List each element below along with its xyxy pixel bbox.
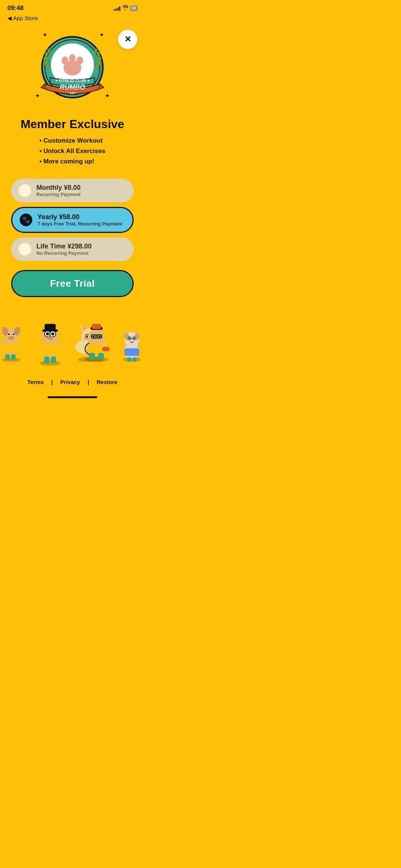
feature-1: • Customize Workout — [39, 137, 105, 144]
status-time: 09:48 — [7, 4, 23, 12]
features-list: • Customize Workout • Unlock All Exercis… — [39, 137, 105, 168]
svg-rect-93 — [133, 357, 136, 362]
svg-point-28 — [13, 334, 14, 335]
battery-icon: 69 — [130, 6, 137, 11]
svg-point-27 — [8, 334, 10, 335]
svg-point-16 — [97, 52, 100, 57]
mascot-5 — [117, 321, 145, 365]
status-bar: 09:48 69 — [0, 0, 145, 13]
svg-point-36 — [40, 361, 61, 365]
svg-point-46 — [47, 336, 53, 340]
sparkle-2: ✦ — [100, 32, 104, 38]
svg-point-90 — [133, 338, 135, 339]
svg-text:•VIP•: •VIP• — [69, 91, 76, 95]
separator-1: | — [51, 379, 53, 385]
plan-lifetime-radio — [19, 243, 31, 256]
svg-rect-48 — [56, 342, 62, 345]
svg-point-5 — [69, 54, 76, 62]
svg-rect-91 — [124, 348, 139, 356]
close-icon: ✕ — [124, 35, 131, 43]
fitness-club-badge: ✦ FITNESS CLUB ✦ RUMBO •VIP• — [37, 34, 108, 104]
restore-link[interactable]: Restore — [97, 379, 117, 385]
svg-text:✦ FITNESS CLUB ✦: ✦ FITNESS CLUB ✦ — [55, 79, 90, 83]
plan-lifetime[interactable]: Life Time ¥298.00 No Recurring Payment — [11, 237, 134, 261]
plan-yearly-name: Yearly ¥58.00 — [38, 213, 122, 221]
free-trial-button[interactable]: Free Trial — [11, 270, 134, 297]
svg-rect-33 — [0, 341, 4, 346]
plan-options: Monthly ¥8.00 Recurring Payment 🐾 Yearly… — [11, 179, 134, 261]
signal-icon — [114, 6, 120, 11]
svg-point-10 — [45, 52, 48, 57]
plan-monthly-info: Monthly ¥8.00 Recurring Payment — [36, 184, 81, 197]
plan-yearly-info: Yearly ¥58.00 7 days Free Trial, Recurri… — [38, 213, 122, 227]
svg-text:RUMBO: RUMBO — [60, 84, 85, 91]
svg-rect-50 — [51, 357, 56, 363]
wifi-icon — [122, 5, 128, 11]
footer: Terms | Privacy | Restore — [0, 373, 145, 396]
nav-bar: ◀ App Store — [0, 13, 145, 25]
plan-lifetime-sub: No Recurring Payment — [36, 250, 92, 256]
svg-rect-81 — [98, 353, 104, 360]
mascots-area: 🔴 — [0, 306, 145, 365]
svg-rect-80 — [89, 353, 95, 360]
svg-rect-32 — [4, 344, 19, 353]
mascot-1 — [0, 317, 26, 365]
plan-lifetime-name: Life Time ¥298.00 — [36, 243, 92, 250]
main-title: Member Exclusive — [11, 117, 134, 131]
plan-yearly[interactable]: 🐾 Yearly ¥58.00 7 days Free Trial, Recur… — [11, 207, 134, 233]
svg-rect-40 — [42, 329, 58, 332]
svg-point-74 — [98, 335, 101, 338]
svg-point-66 — [85, 357, 108, 362]
feature-3: • More coming up! — [39, 158, 105, 165]
close-button[interactable]: ✕ — [118, 30, 137, 49]
svg-point-4 — [62, 56, 68, 65]
svg-point-89 — [129, 338, 130, 339]
plan-monthly-radio — [19, 184, 31, 197]
separator-2: | — [88, 379, 89, 385]
mascot-4 — [78, 317, 115, 365]
plan-monthly-sub: Recurring Payment — [36, 192, 81, 197]
plan-lifetime-info: Life Time ¥298.00 No Recurring Payment — [36, 243, 92, 256]
svg-point-6 — [76, 56, 83, 65]
svg-rect-70 — [92, 324, 101, 329]
sparkle-1: ✦ — [43, 32, 47, 38]
svg-point-29 — [8, 336, 14, 340]
svg-rect-79 — [102, 347, 110, 351]
mascot-2 — [33, 313, 67, 365]
svg-rect-49 — [44, 357, 49, 363]
svg-rect-92 — [127, 357, 131, 362]
svg-point-43 — [46, 332, 49, 335]
plan-monthly[interactable]: Monthly ¥8.00 Recurring Payment — [11, 179, 134, 202]
back-button[interactable]: ◀ App Store — [7, 15, 38, 21]
sparkle-4: ✦ — [105, 93, 110, 99]
paw-icon: 🐾 — [22, 216, 30, 224]
svg-point-44 — [51, 332, 54, 335]
status-icons: 69 — [114, 5, 137, 11]
sparkle-3: ✦ — [35, 93, 40, 99]
feature-2: • Unlock All Exercises — [39, 147, 105, 155]
svg-rect-47 — [42, 344, 58, 355]
svg-point-73 — [92, 335, 95, 338]
main-content: Member Exclusive • Customize Workout • U… — [0, 117, 145, 306]
battery-level: 69 — [132, 6, 136, 10]
svg-rect-35 — [11, 354, 16, 360]
terms-link[interactable]: Terms — [27, 379, 44, 385]
plan-monthly-name: Monthly ¥8.00 — [36, 184, 81, 192]
plan-yearly-radio: 🐾 — [20, 214, 32, 226]
plan-yearly-sub: 7 days Free Trial, Recurring Payment — [38, 221, 122, 227]
home-indicator — [48, 396, 97, 398]
privacy-link[interactable]: Privacy — [60, 379, 80, 385]
svg-point-22 — [2, 358, 20, 362]
svg-rect-34 — [5, 354, 10, 360]
